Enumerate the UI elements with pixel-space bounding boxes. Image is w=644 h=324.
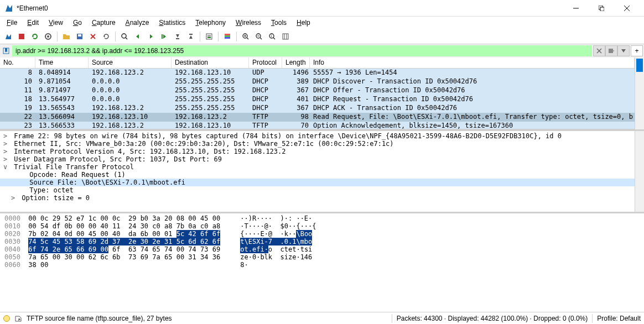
tree-line[interactable]: Source File: \Boot\ESXi-7.0.1\mboot.efi [0,179,635,186]
restart-capture-button[interactable] [29,30,41,43]
packet-row[interactable]: 1813.5649770.0.0.0255.255.255.255DHCP401… [0,95,635,104]
svg-rect-5 [19,34,24,39]
status-profile[interactable]: Profile: Default [597,315,641,322]
tree-toggle-icon[interactable]: > [3,155,10,163]
tree-line[interactable]: > Frame 22: 98 bytes on wire (784 bits),… [0,132,635,140]
menu-help[interactable]: Help [292,18,315,28]
save-file-button[interactable] [74,30,86,43]
tree-line[interactable]: > Ethernet II, Src: VMware_b0:3a:20 (00:… [0,140,635,148]
filter-clear-button[interactable] [593,45,605,56]
tree-toggle-icon[interactable]: > [3,140,10,148]
go-last-button[interactable] [185,30,197,43]
tree-toggle-icon[interactable]: > [11,194,18,202]
tree-line[interactable]: > Option: tsize = 0 [0,194,635,202]
packet-list-scrollbar[interactable] [635,58,644,129]
colorize-button[interactable] [221,30,233,43]
menu-go[interactable]: Go [69,18,86,28]
column-source[interactable]: Source [89,58,172,68]
display-filter-input[interactable] [12,45,592,56]
svg-rect-34 [283,34,288,39]
tree-toggle-icon[interactable]: ∨ [3,163,10,171]
svg-line-32 [273,38,275,39]
column-protocol[interactable]: Protocol [249,58,282,68]
tree-line[interactable]: > Internet Protocol Version 4, Src: 192.… [0,148,635,155]
close-button[interactable] [614,0,640,17]
filter-apply-button[interactable] [605,45,617,56]
filter-bar: + [0,44,644,58]
filter-add-button[interactable]: + [631,45,643,56]
svg-text:1: 1 [271,34,272,38]
svg-rect-16 [189,34,193,35]
menu-view[interactable]: View [44,18,67,28]
svg-rect-22 [225,35,230,37]
column-info[interactable]: Info [310,58,635,68]
expert-info-icon[interactable] [3,315,10,322]
packet-row[interactable]: 2213.566094192.168.123.10192.168.123.2TF… [0,113,635,122]
svg-rect-9 [78,34,81,36]
resize-columns-button[interactable] [279,30,292,43]
packet-bytes-pane[interactable]: 0000 00 0c 29 52 e7 1c 00 0c 29 b0 3a 20… [0,213,644,312]
horizontal-scrollbar[interactable] [0,129,635,129]
column-length[interactable]: Length [282,58,310,68]
go-back-button[interactable] [132,30,144,43]
packet-row[interactable]: 119.8714970.0.0.0255.255.255.255DHCP367D… [0,86,635,95]
edit-note-icon[interactable] [14,315,22,322]
menu-edit[interactable]: Edit [23,18,43,28]
tree-line[interactable]: ∨ Trivial File Transfer Protocol [0,163,635,171]
column-time[interactable]: Time [35,58,89,68]
go-forward-button[interactable] [145,30,157,43]
status-packet-counts: Packets: 44300 · Displayed: 44282 (100.0… [397,315,588,322]
packet-list-header[interactable]: No.TimeSourceDestinationProtocolLengthIn… [0,58,635,69]
zoom-out-button[interactable] [253,30,265,43]
tree-line[interactable]: Opcode: Read Request (1) [0,171,635,179]
filter-bookmark-button[interactable] [1,46,11,56]
menu-analyze[interactable]: Analyze [121,18,154,28]
packet-row[interactable]: 88.048914192.168.123.2192.168.123.10UDP1… [0,69,635,77]
maximize-button[interactable] [589,0,614,17]
menu-capture[interactable]: Capture [87,18,120,28]
go-to-packet-button[interactable] [158,30,170,43]
svg-point-12 [122,34,126,38]
details-scrollbar[interactable] [635,131,644,212]
packet-row[interactable]: 1913.565543192.168.123.2255.255.255.255D… [0,104,635,113]
menu-statistics[interactable]: Statistics [154,18,190,28]
tree-toggle-icon[interactable]: > [3,132,10,140]
wireshark-icon [4,4,13,13]
menu-tools[interactable]: Tools [267,18,291,28]
svg-line-25 [247,38,248,39]
menu-telephony[interactable]: Telephony [191,18,230,28]
tree-toggle-icon[interactable]: > [3,148,10,155]
tree-line[interactable]: Type: octet [0,186,635,194]
column-destination[interactable]: Destination [172,58,249,68]
auto-scroll-button[interactable] [203,30,215,43]
menu-wireless[interactable]: Wireless [231,18,266,28]
packet-list-pane[interactable]: No.TimeSourceDestinationProtocolLengthIn… [0,58,644,131]
tree-line[interactable]: > User Datagram Protocol, Src Port: 1037… [0,155,635,163]
go-first-button[interactable] [172,30,184,43]
close-file-button[interactable] [87,30,99,43]
capture-options-button[interactable] [42,30,54,43]
find-packet-button[interactable] [118,30,131,43]
column-no[interactable]: No. [0,58,35,68]
packet-details-pane[interactable]: > Frame 22: 98 bytes on wire (784 bits),… [0,131,644,213]
zoom-reset-button[interactable]: 1 [266,30,278,43]
stop-capture-button[interactable] [15,30,28,43]
svg-line-29 [260,38,262,39]
window-title: *Ethernet0 [17,4,563,12]
svg-rect-21 [225,34,230,35]
svg-point-7 [47,35,49,38]
start-capture-button[interactable] [2,30,14,43]
menu-file[interactable]: File [2,18,22,28]
svg-line-13 [126,38,127,39]
open-file-button[interactable] [60,30,72,43]
status-field-info: TFTP source file name (tftp.source_file)… [27,315,387,322]
zoom-in-button[interactable] [240,30,252,43]
reload-button[interactable] [100,30,112,43]
svg-rect-23 [225,37,230,39]
svg-rect-14 [162,34,163,39]
packet-row[interactable]: 2313.566533192.168.123.2192.168.123.10TF… [0,122,635,129]
packet-row[interactable]: 109.8710540.0.0.0255.255.255.255DHCP389D… [0,77,635,86]
filter-dropdown-button[interactable] [617,45,630,56]
minimize-button[interactable] [563,0,589,17]
menu-bar: FileEditViewGoCaptureAnalyzeStatisticsTe… [0,17,644,29]
